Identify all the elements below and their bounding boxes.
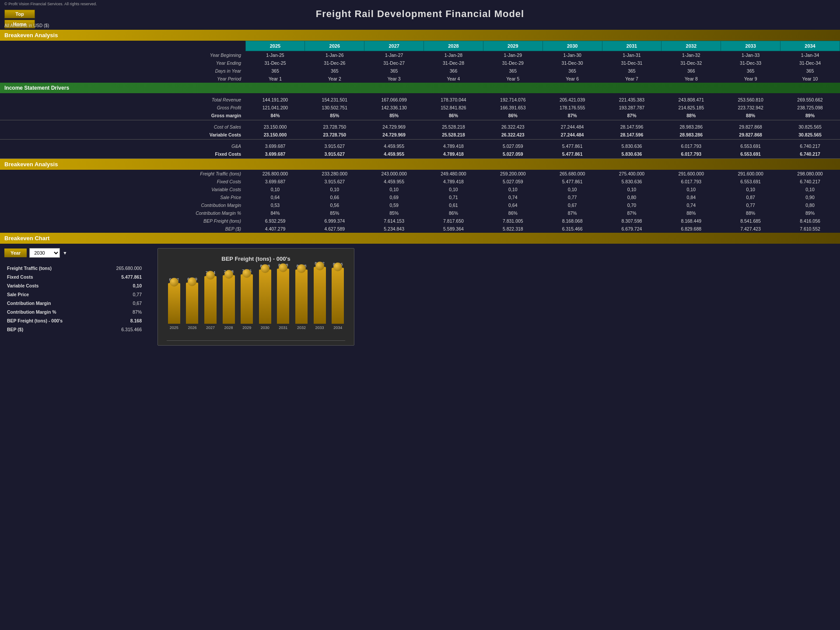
year-beginning-2032: 1-Jan-32 [662, 51, 721, 60]
year-beginning-2026: 1-Jan-26 [305, 51, 364, 60]
bar-circle-2029 [242, 269, 251, 278]
year-beginning-2033: 1-Jan-33 [721, 51, 780, 60]
bar-chart-container: BEP Freight (tons) - 000's 6.93220256.99… [158, 248, 354, 346]
year-selector-button[interactable]: Year [4, 248, 27, 257]
year-beginning-2030: 1-Jan-30 [542, 51, 602, 60]
bar-chart: 6.93220256.99920267.61420277.81820287.83… [167, 271, 345, 341]
contribution-margin-row: Contribution Margin 0,53 0,56 0,59 0,61 … [0, 201, 840, 209]
breakeven-chart-label: Breakeven Chart [0, 233, 840, 244]
stat-freight-traffic: Freight Traffic (tons) 265.680.000 [4, 264, 144, 273]
year-beginning-2028: 1-Jan-28 [424, 51, 483, 60]
bar-circle-2030 [261, 264, 270, 273]
bar-rect-2027 [204, 276, 217, 324]
days-in-year-row: Days in Year 365 365 365 366 365 365 365… [0, 67, 840, 75]
bar-circle-2027 [206, 271, 215, 280]
year-beginning-2029: 1-Jan-29 [483, 51, 542, 60]
bar-group-2028: 7.8182028 [221, 270, 236, 330]
bar-rect-2025 [168, 283, 180, 324]
year-beginning-2034: 1-Jan-34 [780, 51, 840, 60]
year-header-2025: 2025 [245, 41, 305, 51]
bar-label-2030: 2030 [261, 326, 270, 330]
year-beginning-2031: 1-Jan-31 [602, 51, 662, 60]
bep-dollars-row: BEP ($) 4.407.279 4.627.589 5.234.843 5.… [0, 225, 840, 233]
breakeven-fixed-costs-row: Fixed Costs 3.699.687 3.915.627 4.459.95… [0, 178, 840, 186]
year-ending-label: Year Ending [0, 59, 245, 67]
chart-section: Year 2025 2026 2027 2028 2029 2030 2031 … [0, 244, 840, 350]
stat-bep-freight: BEP Freight (tons) - 000's 8.168 [4, 316, 144, 325]
bar-label-2032: 2032 [297, 326, 306, 330]
bar-rect-2033 [314, 267, 326, 324]
bar-group-2033: 8.5422033 [312, 261, 327, 330]
bar-group-2032: 8.1682032 [294, 264, 309, 330]
year-period-row: Year Period Year 1 Year 2 Year 3 Year 4 … [0, 75, 840, 83]
year-header-2026: 2026 [305, 41, 364, 51]
bar-label-2031: 2031 [279, 326, 287, 330]
bar-circle-2032 [297, 264, 306, 273]
bar-group-2027: 7.6142027 [203, 270, 218, 330]
chart-right-panel: BEP Freight (tons) - 000's 6.93220256.99… [158, 248, 836, 346]
bar-label-2034: 2034 [333, 326, 342, 330]
bar-circle-2026 [188, 277, 196, 286]
breakeven-variable-costs-row: Variable Costs 0,10 0,10 0,10 0,10 0,10 … [0, 186, 840, 193]
income-drivers-header-row: Income Statement Drivers [0, 83, 840, 93]
bar-group-2034: 8.4162034 [330, 262, 345, 330]
top-button[interactable]: Top [4, 10, 35, 18]
year-header-row: 2025 2026 2027 2028 2029 2030 2031 2032 … [0, 41, 840, 51]
dropdown-icon: ▼ [63, 250, 67, 256]
main-data-table: 2025 2026 2027 2028 2029 2030 2031 2032 … [0, 41, 840, 350]
bar-circle-2031 [279, 263, 287, 272]
stat-contribution-margin: Contribution Margin 0,67 [4, 299, 144, 308]
bep-freight-tons-row: BEP Freight (tons) 6.932.259 6.999.374 7… [0, 217, 840, 225]
stat-variable-costs: Variable Costs 0,10 [4, 281, 144, 290]
bar-label-2028: 2028 [224, 326, 233, 330]
bar-rect-2026 [186, 283, 198, 324]
year-beginning-2027: 1-Jan-27 [364, 51, 424, 60]
bar-group-2029: 7.8312029 [239, 269, 254, 330]
amounts-label: All Amounts in USD ($) [0, 22, 840, 30]
bar-rect-2030 [259, 270, 271, 324]
stat-fixed-costs: Fixed Costs 5.477.861 [4, 273, 144, 281]
bar-label-2026: 2026 [188, 326, 196, 330]
year-select[interactable]: 2025 2026 2027 2028 2029 2030 2031 2032 … [29, 248, 60, 258]
year-header-2027: 2027 [364, 41, 424, 51]
bar-group-2031: 8.3082031 [276, 263, 291, 330]
bar-label-2027: 2027 [206, 326, 215, 330]
total-revenue-row: Total Revenue 144.191.200 154.231.501 16… [0, 96, 840, 104]
variable-costs-row: Variable Costs 23.150.000 23.728.750 24.… [0, 131, 840, 140]
bar-label-2029: 2029 [242, 326, 251, 330]
sale-price-row: Sale Price 0,64 0,66 0,69 0,71 0,74 0,77… [0, 193, 840, 201]
year-header-2032: 2032 [662, 41, 721, 51]
breakeven-analysis2-label: Breakeven Analysis [0, 159, 840, 170]
copyright-text: © Profit Vision Financial Services. All … [0, 0, 840, 8]
bar-rect-2032 [295, 270, 308, 324]
year-header-2033: 2033 [721, 41, 780, 51]
stats-table: Freight Traffic (tons) 265.680.000 Fixed… [4, 264, 144, 334]
bar-circle-2025 [170, 278, 178, 287]
stat-contribution-margin-pct: Contribution Margin % 87% [4, 308, 144, 316]
chart-left-panel: Year 2025 2026 2027 2028 2029 2030 2031 … [4, 248, 144, 334]
year-header-2028: 2028 [424, 41, 483, 51]
year-header-2034: 2034 [780, 41, 840, 51]
freight-traffic-row: Freight Traffic (tons) 226.800.000 233.2… [0, 170, 840, 178]
breakeven-chart-header-row: Breakeven Chart [0, 233, 840, 244]
chart-row: Year 2025 2026 2027 2028 2029 2030 2031 … [0, 244, 840, 350]
stat-sale-price: Sale Price 0,77 [4, 290, 144, 299]
year-header-2029: 2029 [483, 41, 542, 51]
bar-rect-2031 [277, 269, 289, 324]
page-title: Freight Rail Development Financial Model [0, 8, 840, 20]
bar-label-2033: 2033 [315, 326, 324, 330]
page-header: Freight Rail Development Financial Model [0, 8, 840, 20]
breakeven-analysis2-header-row: Breakeven Analysis [0, 159, 840, 170]
bar-rect-2034 [332, 268, 344, 324]
income-drivers-label: Income Statement Drivers [0, 83, 840, 93]
gross-margin-row: Gross margin 84% 85% 85% 86% 86% 87% 87%… [0, 112, 840, 120]
bar-circle-2028 [224, 270, 233, 279]
bar-group-2030: 8.1682030 [258, 264, 273, 330]
stat-bep-dollars: BEP ($) 6.315.466 [4, 325, 144, 334]
year-beginning-2025: 1-Jan-25 [245, 51, 305, 60]
year-header-2031: 2031 [602, 41, 662, 51]
bar-rect-2028 [223, 275, 235, 324]
bar-label-2025: 2025 [170, 326, 178, 330]
contribution-margin-pct-row: Contribution Margin % 84% 85% 85% 86% 86… [0, 209, 840, 217]
bar-circle-2034 [333, 262, 342, 271]
